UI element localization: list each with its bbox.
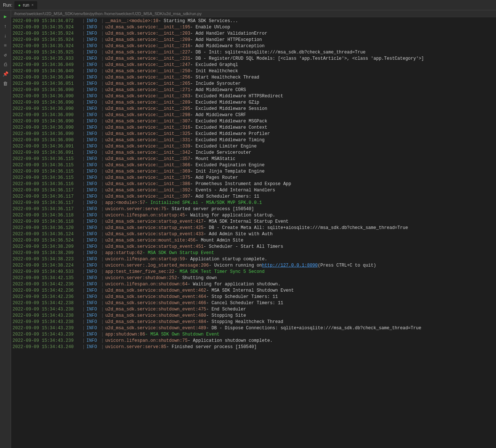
pipe-separator: | xyxy=(101,244,104,250)
log-level: INFO xyxy=(86,175,100,181)
pin-button[interactable]: 📌 xyxy=(1,70,10,78)
pipe-separator: | xyxy=(101,231,104,237)
log-timestamp: 2022-09-09 15:34:36.118 xyxy=(13,212,81,219)
log-level: INFO xyxy=(86,325,100,331)
log-message: - Include Servicerouter xyxy=(190,150,252,156)
top-bar: Run: ● run × xyxy=(0,0,496,10)
pipe-separator: | xyxy=(101,100,104,106)
log-source: u2d_msa_sdk.service:__init__:307 xyxy=(105,118,190,125)
log-line: 2022-09-09 15:34:36.524 | INFO | u2d_msa… xyxy=(11,237,496,244)
log-line: 2022-09-09 15:34:36.115 | INFO | u2d_msa… xyxy=(11,162,496,169)
pipe-separator: | xyxy=(101,313,104,319)
log-timestamp: 2022-09-09 15:34:36.115 xyxy=(13,175,81,181)
log-message: - Cancel Scheduler Timers: 11 xyxy=(206,300,283,306)
pipe-separator: | xyxy=(82,169,85,175)
pipe-separator: | xyxy=(101,137,104,143)
pipe-separator: | xyxy=(101,319,104,325)
run-label: Run: xyxy=(3,3,12,8)
pipe-separator: | xyxy=(82,244,85,250)
log-line: 2022-09-09 15:34:36.090 | INFO | u2d_msa… xyxy=(11,106,496,112)
log-message: - Shutting down xyxy=(177,275,217,281)
log-timestamp: 2022-09-09 15:34:36.117 xyxy=(13,187,81,194)
log-timestamp: 2022-09-09 15:34:36.124 xyxy=(13,231,81,237)
pipe-separator: | xyxy=(82,56,85,62)
print-button[interactable]: ⎙ xyxy=(1,60,10,69)
log-timestamp: 2022-09-09 15:34:36.090 xyxy=(13,112,81,118)
log-level: INFO xyxy=(86,150,100,156)
pipe-separator: | xyxy=(82,331,85,338)
run-tab[interactable]: ● run × xyxy=(14,1,37,9)
close-icon[interactable]: × xyxy=(31,3,34,7)
pipe-separator: | xyxy=(82,250,85,256)
pipe-separator: | xyxy=(101,31,104,37)
up-button[interactable]: ↑ xyxy=(1,22,10,30)
log-source: u2d_msa_sdk.service:__init__:209 xyxy=(105,37,190,43)
log-timestamp: 2022-09-09 15:34:35.933 xyxy=(13,56,81,62)
log-timestamp: 2022-09-09 15:34:43.239 xyxy=(13,325,81,331)
log-level: INFO xyxy=(86,106,100,112)
log-line: 2022-09-09 15:34:42.135 | INFO | uvicorn… xyxy=(11,275,496,281)
log-link[interactable]: http://127.0.0.1:8090 xyxy=(262,263,318,269)
pipe-separator: | xyxy=(101,212,104,219)
log-container[interactable]: 2022-09-09 15:34:34.072 | INFO | __main_… xyxy=(11,17,496,448)
trash-button[interactable]: 🗑 xyxy=(1,80,10,88)
log-line: 2022-09-09 15:34:36.090 | INFO | u2d_msa… xyxy=(11,118,496,125)
log-message: - Init Healthcheck xyxy=(190,68,238,74)
log-line: 2022-09-09 15:34:36.124 | INFO | u2d_msa… xyxy=(11,231,496,237)
log-level: INFO xyxy=(86,118,100,125)
log-source: u2d_msa_sdk.service:shutdown_event:480 xyxy=(105,313,206,319)
log-source: u2d_msa_sdk.service:__init__:397 xyxy=(105,194,190,200)
log-level: INFO xyxy=(86,125,100,131)
log-level: INFO xyxy=(86,181,100,187)
log-timestamp: 2022-09-09 15:34:43.238 xyxy=(13,319,81,325)
pipe-separator: | xyxy=(82,100,85,106)
pipe-separator: | xyxy=(82,300,85,306)
log-level: INFO xyxy=(86,294,100,300)
log-level: INFO xyxy=(86,49,100,56)
log-level: INFO xyxy=(86,219,100,225)
log-timestamp: 2022-09-09 15:34:36.090 xyxy=(13,118,81,125)
stop-button[interactable]: ■ xyxy=(1,41,10,49)
log-level: INFO xyxy=(86,87,100,93)
log-timestamp: 2022-09-09 15:34:36.117 xyxy=(13,194,81,200)
log-source: uvicorn.lifespan.on:shutdown:64 xyxy=(105,281,187,288)
play-button[interactable]: ▶ xyxy=(1,13,10,21)
log-line: 2022-09-09 15:34:35.925 | INFO | u2d_msa… xyxy=(11,49,496,56)
pipe-separator: | xyxy=(101,219,104,225)
pipe-separator: | xyxy=(101,74,104,81)
log-source: u2d_msa_sdk.service:__init__:342 xyxy=(105,150,190,156)
log-line: 2022-09-09 15:34:43.240 | INFO | uvicorn… xyxy=(11,344,496,350)
log-level: INFO xyxy=(86,250,100,256)
log-line: 2022-09-09 15:34:36.118 | INFO | uvicorn… xyxy=(11,212,496,219)
log-timestamp: 2022-09-09 15:34:36.049 xyxy=(13,74,81,81)
pipe-separator: | xyxy=(101,281,104,288)
log-source: u2d_msa_sdk.service:__init__:375 xyxy=(105,175,190,181)
pipe-separator: | xyxy=(82,338,85,344)
log-line: 2022-09-09 15:34:43.239 | INFO | u2d_msa… xyxy=(11,325,496,331)
log-message: - Init Jinja Template Engine xyxy=(190,169,265,175)
log-source: u2d_msa_sdk.service:__init__:216 xyxy=(105,43,190,49)
log-level: INFO xyxy=(86,162,100,169)
log-level: INFO xyxy=(86,169,100,175)
log-source: u2d_msa_sdk.service:__init__:250 xyxy=(105,68,190,74)
log-timestamp: 2022-09-09 15:34:35.924 xyxy=(13,43,81,49)
log-message: - Application startup complete. xyxy=(185,256,267,263)
log-level: INFO xyxy=(86,212,100,219)
log-message: - Add Middleware Starception xyxy=(190,43,265,49)
rerun-button[interactable]: ↺ xyxy=(1,51,10,59)
pipe-separator: | xyxy=(101,344,104,350)
log-level: INFO xyxy=(86,62,100,68)
pipe-separator: | xyxy=(82,125,85,131)
log-level: INFO xyxy=(86,18,100,24)
log-timestamp: 2022-09-09 15:34:43.238 xyxy=(13,306,81,313)
pipe-separator: | xyxy=(82,206,85,212)
pipe-separator: | xyxy=(82,281,85,288)
log-level: INFO xyxy=(86,194,100,200)
down-button[interactable]: ↓ xyxy=(1,32,10,40)
pipe-separator: | xyxy=(82,150,85,156)
log-message: - Excluded Limiter Engine xyxy=(190,143,257,150)
log-timestamp: 2022-09-09 15:34:38.209 xyxy=(13,244,81,250)
log-message: - DB - Init: sqlite+aiosqlite:///msa_sdk… xyxy=(190,49,365,56)
log-message: - Waiting for application startup. xyxy=(185,212,275,219)
pipe-separator: | xyxy=(82,194,85,200)
